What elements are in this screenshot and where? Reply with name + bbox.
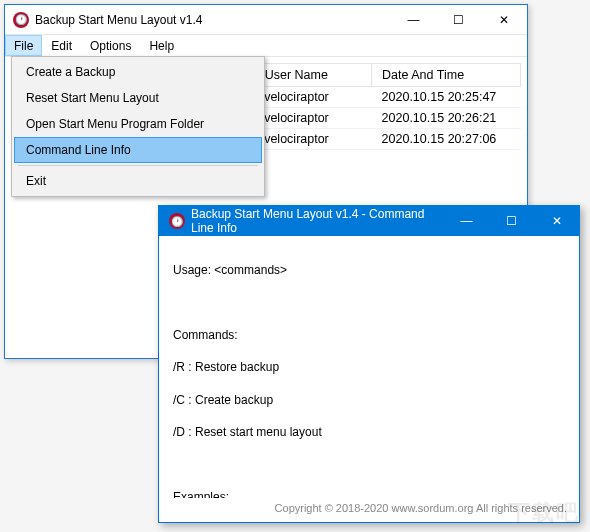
copyright-footer: Copyright © 2018-2020 www.sordum.org All…: [159, 498, 579, 522]
cell-datetime: 2020.10.15 20:25:47: [372, 87, 521, 108]
sub-title: Backup Start Menu Layout v1.4 - Command …: [191, 207, 444, 235]
table-header-user[interactable]: User Name: [254, 64, 371, 87]
close-button[interactable]: ✕: [481, 5, 527, 34]
cell-datetime: 2020.10.15 20:26:21: [372, 108, 521, 129]
file-menu-dropdown: Create a Backup Reset Start Menu Layout …: [11, 56, 265, 197]
menu-item-create-backup[interactable]: Create a Backup: [14, 59, 262, 85]
command-line: /R : Restore backup: [173, 359, 565, 375]
command-line-info-window: 🕐 Backup Start Menu Layout v1.4 - Comman…: [158, 205, 580, 523]
cell-user: velociraptor: [254, 87, 371, 108]
maximize-button[interactable]: ☐: [436, 5, 481, 34]
menu-edit[interactable]: Edit: [42, 35, 81, 56]
menu-help[interactable]: Help: [140, 35, 183, 56]
sub-window-controls: — ☐ ✕: [444, 206, 579, 236]
app-icon: 🕐: [13, 12, 29, 28]
menu-item-reset-layout[interactable]: Reset Start Menu Layout: [14, 85, 262, 111]
main-title: Backup Start Menu Layout v1.4: [35, 13, 391, 27]
menu-separator: [18, 165, 258, 166]
menu-options[interactable]: Options: [81, 35, 140, 56]
examples-header: Examples:: [173, 489, 565, 498]
sub-maximize-button[interactable]: ☐: [489, 206, 534, 236]
command-line-info-body: Usage: <commands> Commands: /R : Restore…: [159, 236, 579, 498]
sub-minimize-button[interactable]: —: [444, 206, 489, 236]
sub-titlebar[interactable]: 🕐 Backup Start Menu Layout v1.4 - Comman…: [159, 206, 579, 236]
table-header-datetime[interactable]: Date And Time: [372, 64, 521, 87]
minimize-button[interactable]: —: [391, 5, 436, 34]
usage-line: Usage: <commands>: [173, 262, 565, 278]
main-titlebar[interactable]: 🕐 Backup Start Menu Layout v1.4 — ☐ ✕: [5, 5, 527, 35]
window-controls: — ☐ ✕: [391, 5, 527, 34]
menu-item-command-line-info[interactable]: Command Line Info: [14, 137, 262, 163]
cell-datetime: 2020.10.15 20:27:06: [372, 129, 521, 150]
menu-item-open-folder[interactable]: Open Start Menu Program Folder: [14, 111, 262, 137]
command-line: /D : Reset start menu layout: [173, 424, 565, 440]
cell-user: velociraptor: [254, 108, 371, 129]
cell-user: velociraptor: [254, 129, 371, 150]
menubar: File Edit Options Help: [5, 35, 527, 57]
menu-item-exit[interactable]: Exit: [14, 168, 262, 194]
command-line: /C : Create backup: [173, 392, 565, 408]
commands-header: Commands:: [173, 327, 565, 343]
menu-file[interactable]: File: [5, 35, 42, 56]
sub-close-button[interactable]: ✕: [534, 206, 579, 236]
app-icon: 🕐: [169, 213, 185, 229]
